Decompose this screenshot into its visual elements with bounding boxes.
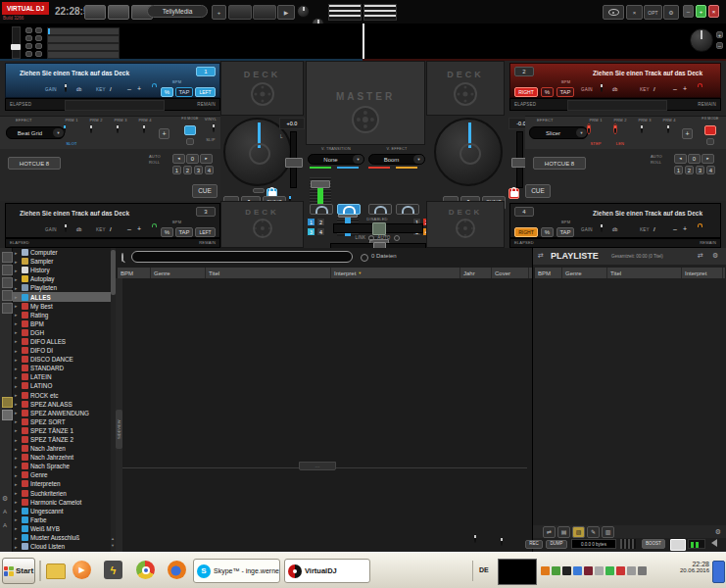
column-header[interactable]: Titel: [607, 268, 682, 278]
upper-crossfader-handle[interactable]: [372, 222, 386, 235]
deck3-key-minus[interactable]: –: [127, 225, 131, 232]
folder-item[interactable]: ▸ Harmonic Camelot: [13, 498, 111, 507]
video-transition-dropdown[interactable]: None ▼: [308, 154, 364, 165]
video-effect-dropdown[interactable]: Boom ▼: [368, 154, 425, 165]
link-indicator[interactable]: [368, 235, 374, 241]
tray-icon[interactable]: [541, 566, 550, 575]
wave-row4-button-b[interactable]: [35, 51, 42, 57]
record-loop-button[interactable]: ▶: [277, 5, 295, 20]
wave-zoom-slider[interactable]: [12, 26, 21, 59]
column-header[interactable]: Titel ▼: [206, 268, 331, 278]
deck1-pitch-range-button[interactable]: %: [161, 87, 173, 97]
deck2-pitch-fader[interactable]: [516, 131, 523, 188]
wave-row3-bar[interactable]: [47, 43, 120, 51]
deck1-roll-2-button[interactable]: 2: [183, 166, 192, 174]
folder-item[interactable]: ▸ DGH: [13, 328, 111, 337]
deck2-roll-4-button[interactable]: 4: [706, 166, 715, 174]
deck1-effect-dropdown[interactable]: Beat Grid ▼: [6, 126, 65, 139]
channel1-headphone-button[interactable]: [310, 204, 333, 215]
deck2-effect-dropdown[interactable]: Slicer ▼: [529, 126, 588, 139]
expand-icon[interactable]: ▸: [15, 446, 20, 452]
crossfader-assign-button[interactable]: 4: [316, 227, 325, 236]
titlebar-icon-button-4[interactable]: [228, 5, 252, 20]
expand-icon[interactable]: ▸: [15, 481, 20, 487]
expand-icon[interactable]: ▸: [15, 250, 20, 256]
column-header[interactable]: Interpret: [682, 268, 723, 278]
record-button[interactable]: REC: [525, 540, 543, 549]
channel1-volume-fader[interactable]: [310, 177, 331, 207]
deck3-number-button[interactable]: 3: [196, 207, 216, 217]
crossfader-assign-button[interactable]: 2: [316, 218, 325, 226]
deck1-pitch-handle[interactable]: [285, 158, 303, 168]
deck1-roll-4-button[interactable]: 4: [205, 166, 214, 174]
expand-icon[interactable]: ▸: [15, 366, 20, 371]
deck2-fxmode-small-button[interactable]: [706, 138, 714, 145]
deck1-track-bar[interactable]: Ziehen Sie einen Track auf das Deck 1 GA…: [5, 63, 220, 98]
column-header[interactable]: BPM ▼: [118, 268, 151, 278]
panel-toggle-button[interactable]: ×: [626, 5, 643, 20]
deck1-pitch-fader[interactable]: [290, 131, 297, 188]
folder-item[interactable]: ▸ DIFO DI: [13, 346, 111, 355]
expand-icon[interactable]: ▸: [15, 294, 20, 300]
start-button[interactable]: Start: [2, 558, 35, 584]
column-header[interactable]: BPM: [535, 268, 562, 278]
taskbar-item-skype[interactable]: S Skype™ - inge.werne...: [193, 559, 280, 583]
deck1-fxmode-small-button[interactable]: [186, 138, 194, 145]
upper-crossfader[interactable]: [333, 223, 423, 233]
wave-plus-button[interactable]: +: [716, 31, 723, 38]
quicklaunch-explorer-icon[interactable]: [46, 564, 66, 579]
deck2-number-button[interactable]: 2: [514, 67, 534, 76]
folder-item[interactable]: ▸ ROCK etc: [13, 391, 111, 400]
rail-icon-4[interactable]: [2, 290, 13, 301]
tray-black-window[interactable]: [498, 559, 537, 585]
wave-row3-button-a[interactable]: [25, 43, 32, 49]
deck2-prm2-knob[interactable]: [614, 124, 616, 133]
playlist-edit-button[interactable]: ✎: [587, 526, 600, 538]
expand-icon[interactable]: ▸: [15, 508, 20, 514]
expand-icon[interactable]: ▸: [15, 348, 20, 354]
scroll-up-icon[interactable]: ▲: [111, 536, 115, 541]
deck1-roll-3-button[interactable]: 3: [194, 166, 203, 174]
folder-item[interactable]: ▸ Sampler: [13, 257, 111, 266]
column-header[interactable]: Jahr ▼: [460, 268, 492, 278]
column-header[interactable]: Genre ▼: [151, 268, 206, 278]
deck1-roll-1-button[interactable]: 1: [172, 166, 181, 174]
expand-icon[interactable]: ▸: [15, 401, 20, 407]
eye-icon[interactable]: [603, 5, 624, 20]
titlebar-icon-button-1[interactable]: [84, 5, 106, 20]
column-header[interactable]: Interpret ▼: [331, 268, 460, 278]
expand-icon[interactable]: ▸: [15, 427, 20, 433]
deck4-tap-button[interactable]: TAP: [557, 227, 574, 237]
deck2-hotcue-button[interactable]: HOTCUE 8: [533, 157, 586, 170]
playlist-gear-icon[interactable]: ⚙: [712, 252, 718, 260]
deck4-gain-knob[interactable]: [601, 223, 603, 232]
titlebar-icon-button-5[interactable]: [253, 5, 276, 20]
folder-item[interactable]: ▸ Ungescannt: [13, 507, 111, 515]
deck4-track-bar[interactable]: 4 Ziehen Sie einen Track auf das Deck BP…: [509, 203, 721, 238]
deck2-prm4-knob[interactable]: [667, 124, 669, 133]
channel3-headphone-button[interactable]: [368, 204, 392, 215]
deck1-hotcue-button[interactable]: HOTCUE 8: [8, 157, 61, 170]
deck2-fx-add-button[interactable]: +: [682, 128, 693, 139]
sideview-tab[interactable]: SIDEVIEW: [116, 410, 122, 449]
deck2-key-minus[interactable]: –: [673, 85, 677, 92]
auto-label[interactable]: AUTO: [377, 236, 390, 241]
folder-item[interactable]: ▸ DISCO DANCE: [13, 355, 111, 364]
folder-item[interactable]: ▸ Nach Jahrzehnt: [13, 453, 111, 462]
video-effect-arrow-icon[interactable]: ▼: [413, 155, 424, 163]
playlist-shuffle-button[interactable]: ⇄: [543, 526, 556, 538]
link-label[interactable]: LINK: [355, 236, 365, 241]
deck1-prm1-knob[interactable]: [64, 124, 66, 133]
folder-item[interactable]: ▸ Weiß MYB: [13, 524, 111, 533]
deck1-tap-button[interactable]: TAP: [175, 87, 193, 97]
playlist-shuffle-icon[interactable]: ⇄: [538, 252, 544, 260]
deck1-effect-dropdown-arrow-icon[interactable]: ▼: [53, 128, 64, 138]
deck1-key-plus[interactable]: +: [137, 85, 141, 92]
options-button[interactable]: OPT: [644, 5, 662, 20]
settings-gear-icon[interactable]: ⚙: [663, 5, 679, 20]
expand-icon[interactable]: ▸: [15, 499, 20, 505]
rail-sort-za-icon[interactable]: A: [3, 522, 7, 528]
deck1-minus-nudge-button[interactable]: [253, 188, 265, 193]
deck4-key-minus[interactable]: –: [673, 225, 677, 232]
deck2-fxmode-button[interactable]: [704, 125, 716, 135]
